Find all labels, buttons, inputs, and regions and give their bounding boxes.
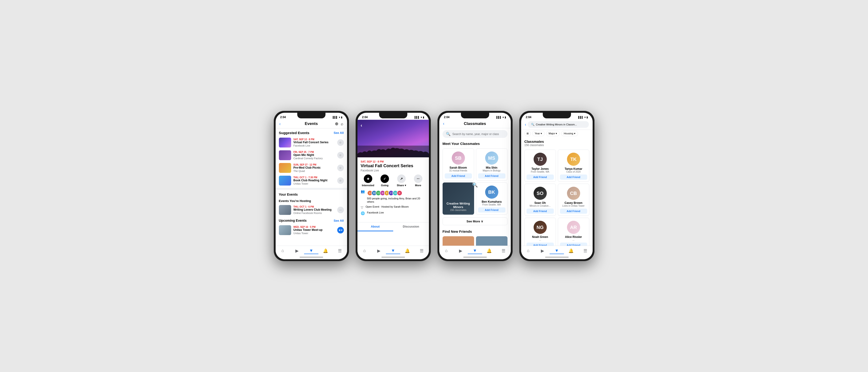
wifi-icon-2: ▾ (421, 116, 422, 119)
back-btn-1[interactable]: ‹ (279, 122, 281, 126)
status-icons-1: ▌▌▌ ▾ ▮ (333, 116, 342, 119)
search-icon-1[interactable]: ⌕ (341, 122, 343, 126)
find-friend-placeholder-2 (476, 236, 507, 246)
classmate-card-mia[interactable]: MS Mia Shin Majors in Biology Add Friend (476, 148, 507, 180)
avatar-tanya: TK (567, 153, 580, 166)
attendees-text: 500 people going, including Amy, Brian a… (367, 197, 420, 203)
result-card-alice[interactable]: AR Alice Rissler ... Add Friend (558, 218, 589, 246)
result-card-noah[interactable]: NG Noah Green ... Add Friend (524, 218, 556, 246)
tab-bell-3[interactable]: 🔔 (482, 248, 496, 254)
bookmark-picnic[interactable]: ☆ (337, 165, 344, 171)
add-friend-alice[interactable]: Add Friend (560, 243, 587, 246)
action-more[interactable]: ··· More (411, 174, 426, 187)
upcoming-see-all[interactable]: See All (334, 219, 344, 223)
add-friend-sarah[interactable]: Add Friend (445, 173, 472, 178)
tab-home-4[interactable]: ⌂ (521, 248, 535, 254)
back-btn-4[interactable]: ‹ (525, 122, 526, 127)
add-friend-noah[interactable]: Add Friend (527, 243, 554, 246)
add-friend-sean[interactable]: Add Friend (527, 208, 554, 214)
your-events-title: Your Events (276, 191, 347, 197)
time-3: 2:04 (444, 115, 450, 119)
tab-events-3[interactable]: ▼ (468, 248, 482, 254)
add-friend-mia[interactable]: Add Friend (478, 173, 505, 178)
filter-major[interactable]: Major ▾ (546, 131, 560, 136)
bookmark-concert[interactable]: ☆ (337, 139, 344, 146)
tab-home-3[interactable]: ⌂ (439, 248, 454, 254)
name-tanya: Tanya Kumar (565, 167, 582, 170)
bookmark-unitas[interactable]: ★▾ (337, 227, 344, 233)
tab-about[interactable]: About (358, 223, 393, 231)
info-mia: Majors in Biology (483, 169, 500, 172)
event-item-writing[interactable]: THU, OCT 1 · 6 PM Writing Lovers Club Me… (276, 204, 347, 216)
filter-chip-icon[interactable]: ⊞ (524, 131, 531, 136)
search-bar-active[interactable]: 🔍 Creative Writing Minors in Classm... (528, 121, 589, 128)
filter-year[interactable]: Year ▾ (532, 131, 545, 136)
home-indicator-2 (358, 255, 429, 259)
action-interested[interactable]: ★ Interested (361, 174, 376, 187)
event-detail-content: SAT, SEP 12 · 8 PM Virtual Fall Concert … (358, 157, 429, 246)
result-card-sean[interactable]: SO Sean Oh Minors in Creative... Add Fri… (524, 184, 556, 216)
action-share[interactable]: ↗ Share ▾ (394, 174, 409, 187)
event-item-unitas[interactable]: WED, SEP 16 · 5 PM Unitas Tower Meet-up … (276, 224, 347, 236)
add-friend-tanya[interactable]: Add Friend (560, 174, 587, 180)
bookmark-book[interactable]: ☆ (337, 177, 344, 184)
info-sarah: 31 mutual friends (449, 169, 467, 172)
interested-icon: ★ (364, 174, 372, 183)
classmate-card-sarah[interactable]: SB Sarah Bloom 31 mutual friends Add Fri… (442, 148, 474, 180)
tab-bell-1[interactable]: 🔔 (318, 248, 333, 254)
tab-events-4[interactable]: ▼ (550, 248, 564, 254)
tab-menu-2[interactable]: ☰ (414, 248, 429, 254)
event-item-picnic[interactable]: SUN, SEP 27 · 12 PM Pre-Med Club Picnic … (276, 162, 347, 174)
add-icon-1[interactable]: ⊕ (335, 121, 338, 126)
events-content: Suggested Events See All SAT, SEP 12 · 8… (276, 129, 347, 246)
result-card-casey[interactable]: CB Casey Brown Lives in Unitas Tower Add… (558, 184, 589, 216)
tab-video-1[interactable]: ▶ (290, 248, 304, 254)
suggested-see-all[interactable]: See All (334, 131, 344, 135)
tab-video-4[interactable]: ▶ (535, 248, 550, 254)
tab-events-2[interactable]: ▼ (386, 248, 400, 254)
tab-menu-1[interactable]: ☰ (333, 248, 347, 254)
results-grid: TJ Taylor Jones From Seattle, WA Add Fri… (521, 148, 593, 246)
add-friend-casey[interactable]: Add Friend (560, 208, 587, 214)
classmate-card-ben[interactable]: BK Ben Kumahara From Seattle, WA Add Fri… (476, 182, 507, 215)
classmate-card-writing-minors[interactable]: 🔍 Creative Writing Minors 156 classmates (442, 182, 474, 215)
tab-menu-4[interactable]: ☰ (578, 248, 593, 254)
filter-housing[interactable]: Housing ▾ (561, 131, 578, 136)
tab-menu-3[interactable]: ☰ (496, 248, 511, 254)
tab-video-3[interactable]: ▶ (454, 248, 468, 254)
notch-2 (379, 113, 407, 119)
hero-back-btn[interactable]: ‹ (361, 123, 362, 128)
event-item-mic[interactable]: FRI, SEP 25 · 7 PM Open Mic Night Cardin… (276, 149, 347, 162)
platform-text: Facebook Live (367, 211, 384, 214)
event-item-book[interactable]: THU, OCT 1 · 7:30 PM Book Club Reading N… (276, 174, 347, 187)
tab-bell-2[interactable]: 🔔 (400, 248, 414, 254)
add-friend-ben[interactable]: Add Friend (478, 207, 505, 212)
info-ben: From Seattle, WA (482, 203, 501, 206)
action-going[interactable]: ✓ Going (377, 174, 392, 187)
event-tabs: About Discussion (358, 222, 429, 231)
event-hero: ‹ (358, 120, 429, 157)
upcoming-section-header: Upcoming Events See All (276, 216, 347, 224)
battery-icon-1: ▮ (341, 116, 342, 119)
tab-home-1[interactable]: ⌂ (276, 248, 290, 254)
tab-events-1[interactable]: ▼ (304, 248, 318, 254)
result-card-taylor[interactable]: TJ Taylor Jones From Seattle, WA Add Fri… (524, 149, 556, 182)
event-name-picnic: Pre-Med Club Picnic (293, 166, 335, 169)
classmates-search[interactable]: 🔍 Search by name, year, major or class (442, 130, 507, 138)
avatar-alice: AR (567, 221, 580, 234)
add-friend-taylor[interactable]: Add Friend (527, 174, 554, 180)
bookmark-writing[interactable]: ··· (337, 207, 344, 213)
tab-video-2[interactable]: ▶ (372, 248, 386, 254)
bookmark-mic[interactable]: ☆ (337, 152, 344, 159)
classmates-content: Meet Your Classmates SB Sarah Bloom 31 m… (439, 140, 511, 246)
result-card-tanya[interactable]: TK Tanya Kumar Class of 2020 Add Friend (558, 149, 589, 182)
search-icon-4: 🔍 (531, 123, 534, 126)
home-indicator-4 (521, 255, 593, 259)
tab-bell-4[interactable]: 🔔 (564, 248, 578, 254)
phone-3: 2:04 ▌▌▌ ▾ ▮ ‹ Classmates 🔍 Search by na… (437, 111, 513, 261)
tab-home-2[interactable]: ⌂ (358, 248, 372, 254)
back-btn-3[interactable]: ‹ (443, 121, 444, 126)
event-item-concert[interactable]: SAT, SEP 12 · 8 PM Virtual Fall Concert … (276, 136, 347, 149)
see-more-btn[interactable]: See More ∨ (442, 217, 507, 225)
tab-discussion[interactable]: Discussion (393, 223, 429, 231)
